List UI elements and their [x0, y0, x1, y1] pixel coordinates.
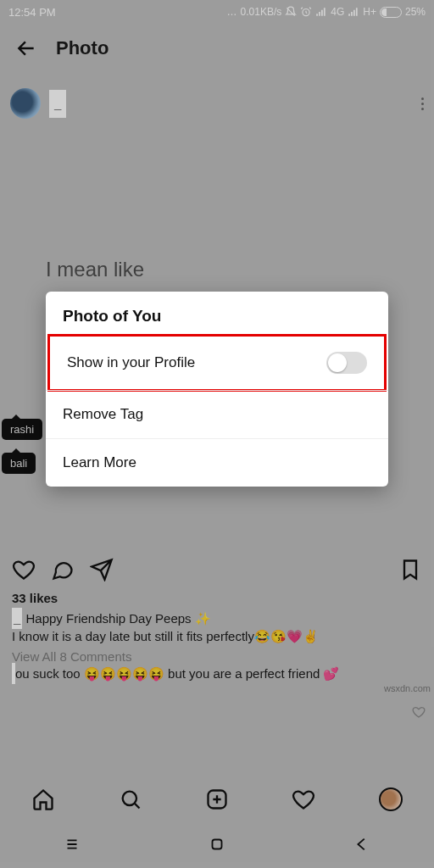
photo-of-you-dialog: Photo of You Show in your Profile Remove…: [46, 292, 388, 487]
show-in-profile-label: Show in your Profile: [67, 354, 195, 371]
remove-tag-label: Remove Tag: [63, 406, 143, 423]
show-in-profile-row[interactable]: Show in your Profile: [47, 334, 387, 392]
learn-more-row[interactable]: Learn More: [46, 438, 388, 487]
dialog-title: Photo of You: [46, 292, 388, 336]
show-in-profile-toggle[interactable]: [326, 352, 367, 374]
learn-more-label: Learn More: [63, 454, 136, 471]
remove-tag-row[interactable]: Remove Tag: [46, 390, 388, 438]
